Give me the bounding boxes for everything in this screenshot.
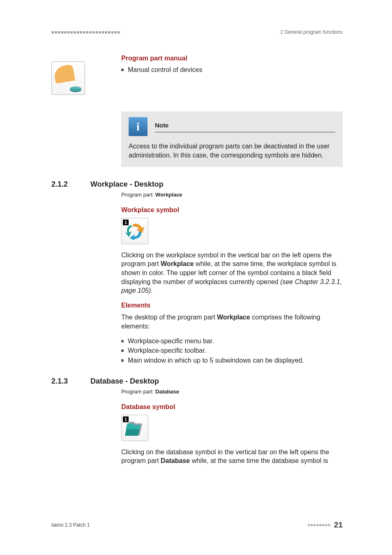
note-head: i Note (129, 117, 335, 136)
bullet-item: Workplace-specific toolbar. (121, 346, 343, 355)
manual-icon (51, 61, 85, 95)
section-212-header: 2.1.2 Workplace - Desktop (51, 179, 343, 189)
bullet-text: Manual control of devices (128, 65, 202, 74)
arrows-cycle-icon (125, 222, 145, 240)
database-icon: 1 (121, 415, 148, 441)
section-title: Workplace - Desktop (90, 179, 164, 189)
note-body: Access to the individual program parts c… (129, 142, 335, 160)
footer-dots: ■■■■■■■■ (308, 522, 331, 528)
footer-left: tiamo 2.3 Patch 1 (51, 522, 90, 528)
elements-heading: Elements (121, 301, 343, 310)
note-title: Note (155, 121, 335, 132)
info-icon: i (129, 117, 148, 136)
program-part-value: Workplace (155, 192, 182, 198)
section-213-header: 2.1.3 Database - Desktop (51, 376, 343, 386)
workplace-symbol-heading: Workplace symbol (121, 206, 343, 215)
runhead-chapter: 2 General program functions (280, 29, 343, 35)
folder-icon (125, 419, 145, 437)
database-symbol-heading: Database symbol (121, 402, 343, 412)
runhead-left-marks: ■■■■■■■■■■■■■■■■■■■■■■ (51, 29, 120, 35)
note-box: i Note Access to the individual program … (121, 111, 343, 167)
bullet-item: Workplace-specific menu bar. (121, 337, 343, 346)
program-part-line: Program part: Database (121, 388, 343, 395)
section-number: 2.1.3 (51, 376, 90, 386)
bullet-item: Main window in which up to 5 subwindows … (121, 356, 343, 365)
database-para: Clicking on the database symbol in the v… (121, 448, 343, 465)
bullet-marker-icon (121, 340, 124, 342)
section-number: 2.1.2 (51, 179, 90, 189)
bullet-item: Manual control of devices (121, 65, 343, 74)
note-title-wrap: Note (155, 121, 335, 132)
elements-intro: The desktop of the program part Workplac… (121, 313, 343, 331)
footer-right: ■■■■■■■■ 21 (308, 520, 343, 530)
manual-heading: Program part manual (121, 54, 343, 63)
note-wrapper: i Note Access to the individual program … (121, 111, 343, 167)
bullet-marker-icon (121, 69, 124, 71)
page: ■■■■■■■■■■■■■■■■■■■■■■ 2 General program… (0, 0, 392, 555)
manual-content: Program part manual Manual control of de… (121, 54, 343, 75)
running-header: ■■■■■■■■■■■■■■■■■■■■■■ 2 General program… (51, 29, 343, 35)
workplace-icon: 1 (121, 218, 148, 244)
program-part-label: Program part: (121, 192, 155, 198)
manual-section: Program part manual Manual control of de… (51, 54, 343, 95)
manual-icon-col (51, 54, 121, 95)
footer: tiamo 2.3 Patch 1 ■■■■■■■■ 21 (51, 520, 343, 530)
database-symbol-block: Database symbol 1 Clicking on the databa… (121, 402, 343, 465)
workplace-para: Clicking on the workplace symbol in the … (121, 251, 343, 295)
bullet-marker-icon (121, 349, 124, 352)
section-title: Database - Desktop (90, 376, 159, 386)
bullet-marker-icon (121, 359, 124, 362)
page-number: 21 (334, 520, 343, 530)
workplace-symbol-block: Workplace symbol 1 Clicking on the workp… (121, 206, 343, 365)
program-part-line: Program part: Workplace (121, 191, 343, 199)
